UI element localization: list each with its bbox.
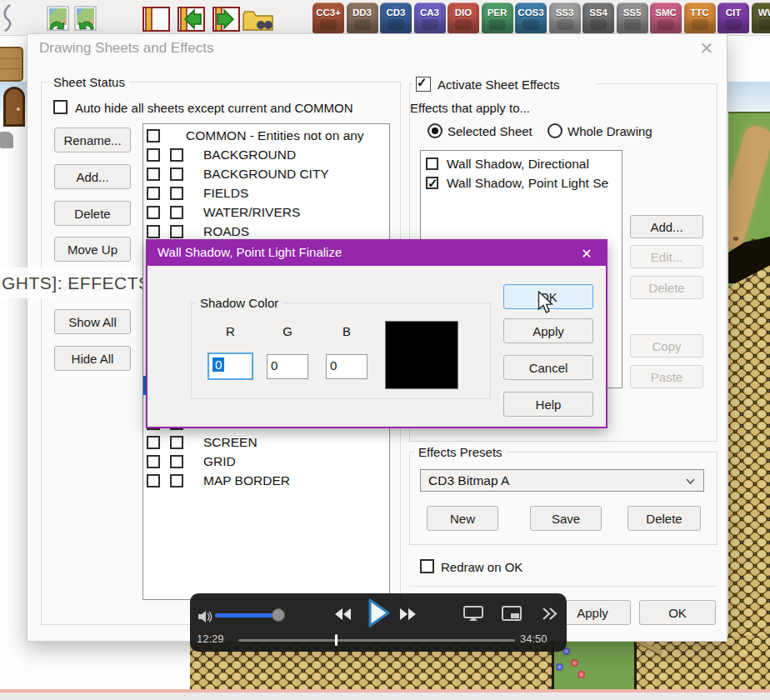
cobblestone-road: [728, 257, 770, 692]
effect-row[interactable]: Wall Shadow, Directional: [421, 155, 622, 174]
effect-name: Wall Shadow, Point Light Se: [447, 176, 608, 191]
seek-position-marker[interactable]: [335, 634, 338, 646]
door-icon[interactable]: [3, 87, 25, 127]
channel-input-g[interactable]: 0: [267, 354, 308, 379]
catalog-back-icon[interactable]: [178, 6, 205, 32]
presets-dropdown[interactable]: CD3 Bitmap A: [420, 469, 704, 492]
volume-knob[interactable]: [272, 608, 285, 622]
close-icon[interactable]: ✕: [695, 38, 718, 59]
seek-bar[interactable]: [238, 639, 515, 642]
sheet-visible-checkbox[interactable]: [147, 187, 160, 200]
toolbar-tab-cos3[interactable]: COS3: [515, 2, 547, 33]
effect-checkbox[interactable]: [426, 158, 438, 170]
effect-row[interactable]: Wall Shadow, Point Light Se: [421, 174, 622, 193]
toolbar-tab-cc3plus[interactable]: CC3+: [312, 2, 344, 33]
fast-forward-icon[interactable]: [398, 608, 418, 621]
effect-copy-button[interactable]: Copy: [630, 334, 703, 358]
toolbar-tab-ss5[interactable]: SS5: [617, 2, 648, 33]
sheet-row[interactable]: BACKGROUND: [143, 146, 389, 165]
sheet-visible-checkbox[interactable]: [147, 455, 160, 468]
sheet-row[interactable]: BACKGROUND CITY: [143, 165, 389, 184]
sheet-visible-checkbox[interactable]: [147, 148, 160, 162]
radio-whole-drawing[interactable]: [548, 123, 562, 138]
redraw-checkbox[interactable]: [420, 559, 434, 573]
sheet-visible-checkbox[interactable]: [147, 129, 160, 142]
sheet-visible-checkbox[interactable]: [147, 225, 160, 238]
sheet-hide-checkbox[interactable]: [170, 455, 183, 468]
toolbar-tab-smc[interactable]: SMC: [650, 2, 682, 33]
toolbar-tab-cit[interactable]: CIT: [718, 2, 749, 33]
cabinet-icon[interactable]: [0, 47, 23, 82]
sheet-name: BACKGROUND CITY: [203, 167, 329, 182]
shadow-help-button[interactable]: Help: [503, 392, 593, 417]
sheet-visible-checkbox[interactable]: [147, 206, 160, 219]
sheet-hide-checkbox[interactable]: [170, 206, 183, 219]
folder-search-icon[interactable]: [242, 8, 276, 32]
sheet-delete-button[interactable]: Delete: [54, 201, 131, 226]
toolbar-tab-dio[interactable]: DIO: [448, 2, 479, 33]
effect-add-button[interactable]: Add...: [630, 215, 703, 238]
sheet-visible-checkbox[interactable]: [147, 436, 160, 449]
sheet-hide-checkbox[interactable]: [170, 474, 183, 488]
sheet-row[interactable]: COMMON - Entities not on any: [143, 127, 389, 146]
sheet-name: COMMON - Entities not on any: [186, 128, 364, 143]
map-file-import-icon[interactable]: [47, 6, 69, 31]
pip-icon[interactable]: [502, 606, 522, 622]
sheet-hide-checkbox[interactable]: [170, 187, 183, 200]
apply-to-label: Effects that apply to...: [410, 101, 530, 115]
sheet-row[interactable]: WATER/RIVERS: [143, 203, 389, 222]
sheet-move-up-button[interactable]: Move Up: [54, 237, 131, 262]
sheet-visible-checkbox[interactable]: [147, 168, 160, 181]
rewind-icon[interactable]: [333, 608, 352, 621]
effect-paste-button[interactable]: Paste: [630, 365, 703, 388]
sheet-rename-button[interactable]: Rename...: [54, 128, 131, 152]
effect-delete-button[interactable]: Delete: [630, 276, 703, 299]
channel-input-r[interactable]: 0: [208, 352, 253, 380]
map-file-export-icon[interactable]: [74, 6, 97, 31]
preset-save-button[interactable]: Save: [530, 506, 602, 531]
ok-button[interactable]: OK: [639, 600, 716, 625]
sheet-row[interactable]: MAP BORDER: [143, 472, 389, 491]
toolbar-tab-cd3[interactable]: CD3: [380, 2, 412, 33]
sheet-row[interactable]: GRID: [143, 452, 389, 472]
play-icon[interactable]: [368, 598, 392, 628]
sheet-hide-checkbox[interactable]: [170, 148, 183, 162]
activate-effects-checkbox[interactable]: [416, 77, 431, 92]
inner-close-icon[interactable]: ✕: [577, 244, 597, 262]
catalog-icon[interactable]: [142, 6, 170, 32]
sheet-show-all-button[interactable]: Show All: [54, 309, 131, 334]
effect-edit-button[interactable]: Edit...: [630, 245, 703, 268]
preset-delete-button[interactable]: Delete: [628, 506, 701, 531]
shadow-apply-button[interactable]: Apply: [503, 318, 593, 343]
toolbar-tab-dd3[interactable]: DD3: [347, 2, 378, 33]
sheet-row[interactable]: SCREEN: [143, 433, 389, 452]
toolbar-tab-ww[interactable]: WW: [752, 2, 770, 33]
sheet-name: ROADS: [203, 224, 249, 239]
sheet-visible-checkbox[interactable]: [147, 474, 160, 488]
volume-icon[interactable]: [198, 610, 213, 624]
channel-input-b[interactable]: 0: [326, 354, 368, 379]
sheet-hide-checkbox[interactable]: [170, 436, 183, 449]
auto-hide-checkbox[interactable]: [53, 100, 68, 114]
separator: [409, 586, 716, 587]
catalog-forward-icon[interactable]: [212, 6, 240, 32]
pen-icon[interactable]: [2, 3, 15, 32]
toolbar-tab-per[interactable]: PER: [482, 2, 513, 33]
sheet-row[interactable]: FIELDS: [143, 184, 389, 203]
toolbar-tab-ca3[interactable]: CA3: [414, 2, 446, 33]
sheet-add-button[interactable]: Add...: [54, 164, 131, 189]
anvil-icon[interactable]: [0, 132, 13, 148]
sheet-name: FIELDS: [203, 186, 248, 201]
sheet-hide-all-button[interactable]: Hide All: [54, 346, 131, 371]
shadow-cancel-button[interactable]: Cancel: [503, 355, 593, 380]
preset-new-button[interactable]: New: [427, 506, 498, 531]
toolbar-tab-ss3[interactable]: SS3: [549, 2, 581, 33]
effect-checkbox[interactable]: [426, 177, 438, 189]
toolbar-tab-ss4[interactable]: SS4: [582, 2, 614, 33]
sheet-hide-checkbox[interactable]: [170, 168, 183, 181]
airplay-icon[interactable]: [463, 606, 484, 622]
toolbar-tab-ttc[interactable]: TTC: [684, 2, 716, 33]
sheet-hide-checkbox[interactable]: [170, 225, 183, 238]
radio-selected-sheet[interactable]: [428, 123, 442, 138]
more-controls-icon[interactable]: [542, 607, 558, 621]
